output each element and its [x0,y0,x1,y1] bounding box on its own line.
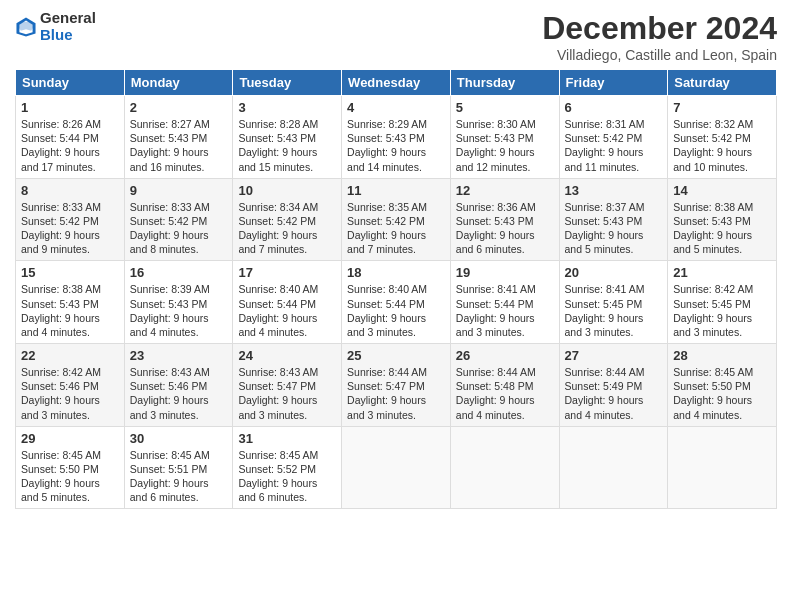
day-info: Sunrise: 8:45 AM Sunset: 5:52 PM Dayligh… [238,448,336,505]
logo: General Blue [15,10,96,43]
day-number: 18 [347,265,445,280]
logo-general: General [40,10,96,27]
day-number: 7 [673,100,771,115]
day-info: Sunrise: 8:32 AM Sunset: 5:42 PM Dayligh… [673,117,771,174]
day-number: 4 [347,100,445,115]
day-number: 6 [565,100,663,115]
day-info: Sunrise: 8:43 AM Sunset: 5:47 PM Dayligh… [238,365,336,422]
cell-3-6: 28Sunrise: 8:45 AM Sunset: 5:50 PM Dayli… [668,344,777,427]
cell-0-5: 6Sunrise: 8:31 AM Sunset: 5:42 PM Daylig… [559,96,668,179]
cell-4-4 [450,426,559,509]
day-info: Sunrise: 8:37 AM Sunset: 5:43 PM Dayligh… [565,200,663,257]
day-number: 9 [130,183,228,198]
logo-icon [15,16,37,38]
day-info: Sunrise: 8:36 AM Sunset: 5:43 PM Dayligh… [456,200,554,257]
day-number: 13 [565,183,663,198]
day-info: Sunrise: 8:45 AM Sunset: 5:50 PM Dayligh… [673,365,771,422]
header-sunday: Sunday [16,70,125,96]
week-row-0: 1Sunrise: 8:26 AM Sunset: 5:44 PM Daylig… [16,96,777,179]
header-thursday: Thursday [450,70,559,96]
calendar-header-row: Sunday Monday Tuesday Wednesday Thursday… [16,70,777,96]
day-number: 2 [130,100,228,115]
day-info: Sunrise: 8:41 AM Sunset: 5:45 PM Dayligh… [565,282,663,339]
day-info: Sunrise: 8:35 AM Sunset: 5:42 PM Dayligh… [347,200,445,257]
day-number: 25 [347,348,445,363]
cell-0-0: 1Sunrise: 8:26 AM Sunset: 5:44 PM Daylig… [16,96,125,179]
day-number: 3 [238,100,336,115]
day-info: Sunrise: 8:33 AM Sunset: 5:42 PM Dayligh… [21,200,119,257]
day-info: Sunrise: 8:31 AM Sunset: 5:42 PM Dayligh… [565,117,663,174]
day-number: 31 [238,431,336,446]
logo-blue: Blue [40,27,96,44]
cell-1-3: 11Sunrise: 8:35 AM Sunset: 5:42 PM Dayli… [342,178,451,261]
day-info: Sunrise: 8:44 AM Sunset: 5:48 PM Dayligh… [456,365,554,422]
day-info: Sunrise: 8:29 AM Sunset: 5:43 PM Dayligh… [347,117,445,174]
cell-1-2: 10Sunrise: 8:34 AM Sunset: 5:42 PM Dayli… [233,178,342,261]
day-info: Sunrise: 8:27 AM Sunset: 5:43 PM Dayligh… [130,117,228,174]
cell-3-2: 24Sunrise: 8:43 AM Sunset: 5:47 PM Dayli… [233,344,342,427]
cell-1-1: 9Sunrise: 8:33 AM Sunset: 5:42 PM Daylig… [124,178,233,261]
day-number: 10 [238,183,336,198]
day-number: 19 [456,265,554,280]
cell-4-2: 31Sunrise: 8:45 AM Sunset: 5:52 PM Dayli… [233,426,342,509]
week-row-3: 22Sunrise: 8:42 AM Sunset: 5:46 PM Dayli… [16,344,777,427]
calendar-table: Sunday Monday Tuesday Wednesday Thursday… [15,69,777,509]
page-container: General Blue December 2024 Villadiego, C… [0,0,792,519]
day-number: 16 [130,265,228,280]
day-number: 14 [673,183,771,198]
week-row-1: 8Sunrise: 8:33 AM Sunset: 5:42 PM Daylig… [16,178,777,261]
cell-4-0: 29Sunrise: 8:45 AM Sunset: 5:50 PM Dayli… [16,426,125,509]
cell-1-0: 8Sunrise: 8:33 AM Sunset: 5:42 PM Daylig… [16,178,125,261]
day-info: Sunrise: 8:38 AM Sunset: 5:43 PM Dayligh… [673,200,771,257]
cell-4-3 [342,426,451,509]
cell-1-4: 12Sunrise: 8:36 AM Sunset: 5:43 PM Dayli… [450,178,559,261]
header-saturday: Saturday [668,70,777,96]
header: General Blue December 2024 Villadiego, C… [15,10,777,63]
day-number: 27 [565,348,663,363]
cell-0-4: 5Sunrise: 8:30 AM Sunset: 5:43 PM Daylig… [450,96,559,179]
day-number: 15 [21,265,119,280]
header-monday: Monday [124,70,233,96]
cell-2-2: 17Sunrise: 8:40 AM Sunset: 5:44 PM Dayli… [233,261,342,344]
day-info: Sunrise: 8:28 AM Sunset: 5:43 PM Dayligh… [238,117,336,174]
day-info: Sunrise: 8:38 AM Sunset: 5:43 PM Dayligh… [21,282,119,339]
cell-3-3: 25Sunrise: 8:44 AM Sunset: 5:47 PM Dayli… [342,344,451,427]
day-info: Sunrise: 8:45 AM Sunset: 5:51 PM Dayligh… [130,448,228,505]
cell-3-1: 23Sunrise: 8:43 AM Sunset: 5:46 PM Dayli… [124,344,233,427]
day-number: 12 [456,183,554,198]
day-number: 26 [456,348,554,363]
cell-4-6 [668,426,777,509]
day-info: Sunrise: 8:33 AM Sunset: 5:42 PM Dayligh… [130,200,228,257]
day-info: Sunrise: 8:45 AM Sunset: 5:50 PM Dayligh… [21,448,119,505]
header-friday: Friday [559,70,668,96]
day-info: Sunrise: 8:41 AM Sunset: 5:44 PM Dayligh… [456,282,554,339]
cell-2-6: 21Sunrise: 8:42 AM Sunset: 5:45 PM Dayli… [668,261,777,344]
day-number: 5 [456,100,554,115]
day-number: 28 [673,348,771,363]
week-row-4: 29Sunrise: 8:45 AM Sunset: 5:50 PM Dayli… [16,426,777,509]
day-info: Sunrise: 8:26 AM Sunset: 5:44 PM Dayligh… [21,117,119,174]
month-title: December 2024 [542,10,777,47]
day-info: Sunrise: 8:43 AM Sunset: 5:46 PM Dayligh… [130,365,228,422]
cell-2-4: 19Sunrise: 8:41 AM Sunset: 5:44 PM Dayli… [450,261,559,344]
cell-0-2: 3Sunrise: 8:28 AM Sunset: 5:43 PM Daylig… [233,96,342,179]
cell-1-5: 13Sunrise: 8:37 AM Sunset: 5:43 PM Dayli… [559,178,668,261]
day-info: Sunrise: 8:44 AM Sunset: 5:49 PM Dayligh… [565,365,663,422]
title-block: December 2024 Villadiego, Castille and L… [542,10,777,63]
cell-2-1: 16Sunrise: 8:39 AM Sunset: 5:43 PM Dayli… [124,261,233,344]
location: Villadiego, Castille and Leon, Spain [542,47,777,63]
header-tuesday: Tuesday [233,70,342,96]
cell-2-3: 18Sunrise: 8:40 AM Sunset: 5:44 PM Dayli… [342,261,451,344]
day-info: Sunrise: 8:34 AM Sunset: 5:42 PM Dayligh… [238,200,336,257]
day-info: Sunrise: 8:40 AM Sunset: 5:44 PM Dayligh… [238,282,336,339]
day-number: 1 [21,100,119,115]
day-number: 23 [130,348,228,363]
cell-1-6: 14Sunrise: 8:38 AM Sunset: 5:43 PM Dayli… [668,178,777,261]
cell-3-4: 26Sunrise: 8:44 AM Sunset: 5:48 PM Dayli… [450,344,559,427]
day-number: 21 [673,265,771,280]
day-number: 8 [21,183,119,198]
day-number: 22 [21,348,119,363]
cell-3-0: 22Sunrise: 8:42 AM Sunset: 5:46 PM Dayli… [16,344,125,427]
day-info: Sunrise: 8:42 AM Sunset: 5:46 PM Dayligh… [21,365,119,422]
day-number: 24 [238,348,336,363]
